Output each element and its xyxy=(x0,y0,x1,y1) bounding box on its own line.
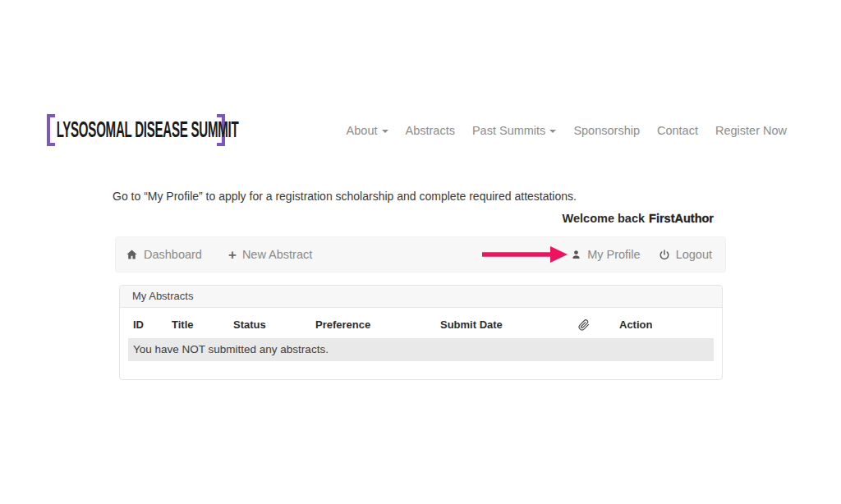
nav-item-label: Sponsorship xyxy=(573,124,640,137)
my-abstracts-panel: My Abstracts ID Title Status Preference … xyxy=(119,285,723,380)
nav-item-past-summits[interactable]: Past Summits xyxy=(472,124,556,137)
nav-item-register-now[interactable]: Register Now xyxy=(715,124,787,137)
page: LYSOSOMAL DISEASE SUMMIT About Abstracts… xyxy=(0,0,841,504)
plus-icon: + xyxy=(228,248,237,262)
abstracts-table: ID Title Status Preference Submit Date xyxy=(128,308,714,361)
column-header-attachment xyxy=(573,308,614,338)
nav-item-sponsorship[interactable]: Sponsorship xyxy=(573,124,640,137)
scholarship-notice: Go to “My Profile” to apply for a regist… xyxy=(113,190,577,203)
dashboard-link[interactable]: Dashboard xyxy=(126,248,202,262)
top-nav: About Abstracts Past Summits Sponsorship… xyxy=(347,124,787,137)
column-header-id: ID xyxy=(128,308,167,338)
logout-label: Logout xyxy=(676,248,712,261)
brand-name: LYSOSOMAL DISEASE SUMMIT xyxy=(55,119,238,141)
nav-item-label: Contact xyxy=(657,124,698,137)
chevron-down-icon xyxy=(382,130,388,133)
column-header-action: Action xyxy=(614,308,714,338)
nav-item-label: Register Now xyxy=(715,124,787,137)
power-icon xyxy=(659,249,670,261)
column-header-status: Status xyxy=(228,308,310,338)
nav-item-label: About xyxy=(347,124,378,137)
home-icon xyxy=(126,249,138,260)
nav-item-abstracts[interactable]: Abstracts xyxy=(406,124,455,137)
welcome-prefix: Welcome back xyxy=(563,212,645,225)
column-header-preference: Preference xyxy=(310,308,435,338)
nav-item-about[interactable]: About xyxy=(347,124,388,137)
column-header-title: Title xyxy=(167,308,228,338)
nav-item-label: Abstracts xyxy=(406,124,455,137)
new-abstract-label: New Abstract xyxy=(242,248,312,261)
welcome-message: Welcome backFirstAuthor xyxy=(563,212,714,225)
username: FirstAuthor xyxy=(649,212,714,225)
arrow-right-icon xyxy=(481,245,568,263)
my-profile-link[interactable]: My Profile xyxy=(571,248,640,261)
nav-item-label: Past Summits xyxy=(472,124,545,137)
table-header-row: ID Title Status Preference Submit Date xyxy=(128,308,714,338)
logo-left-bracket xyxy=(47,114,55,146)
new-abstract-link[interactable]: + New Abstract xyxy=(228,248,312,262)
dashboard-label: Dashboard xyxy=(144,248,202,261)
panel-title: My Abstracts xyxy=(120,286,722,308)
paperclip-icon xyxy=(578,319,611,331)
nav-item-contact[interactable]: Contact xyxy=(657,124,698,137)
empty-abstracts-row: You have NOT submitted any abstracts. xyxy=(128,338,714,361)
logout-link[interactable]: Logout xyxy=(659,248,712,261)
my-profile-label: My Profile xyxy=(587,248,640,261)
chevron-down-icon xyxy=(549,130,556,133)
column-header-submit-date: Submit Date xyxy=(435,308,573,338)
brand-logo[interactable]: LYSOSOMAL DISEASE SUMMIT xyxy=(47,114,225,146)
user-icon xyxy=(571,249,581,260)
empty-message: You have NOT submitted any abstracts. xyxy=(128,338,714,361)
dashboard-toolbar: Dashboard + New Abstract My Profile xyxy=(115,236,726,273)
